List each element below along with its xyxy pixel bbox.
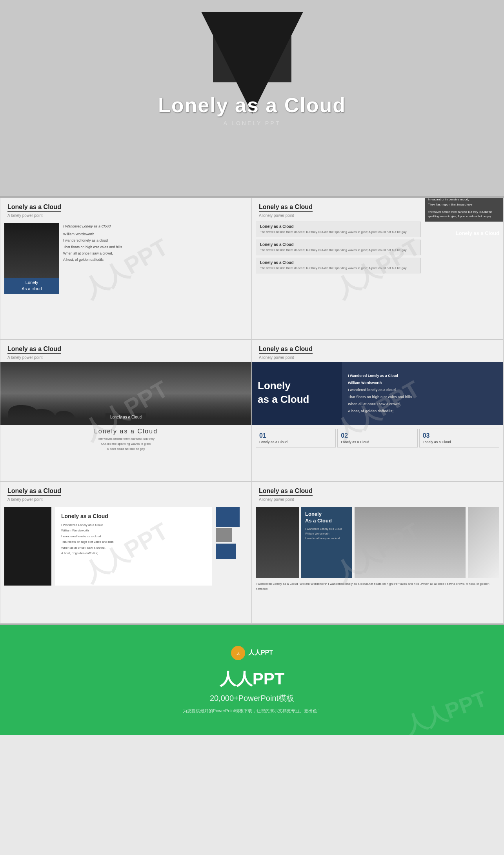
card-3: Lonely as a Cloud The waves beside them …: [256, 258, 421, 273]
slide-7: Lonely as a Cloud A lonely power point L…: [252, 482, 504, 624]
slide-6-sub: A lonely power point: [7, 497, 244, 502]
footer-logo: 人 人人PPT: [231, 646, 273, 660]
s5-card-1-label: Lonely as a Cloud: [259, 440, 332, 444]
card-1-title: Lonely as a Cloud: [260, 224, 417, 229]
label-line1: Lonely: [7, 280, 56, 286]
slide-4-main-title: Lonely as a Cloud: [4, 428, 248, 435]
hero-title: Lonely as a Cloud: [158, 93, 346, 117]
poem-line3: When all at once I saw a crowd,: [63, 250, 122, 256]
slide-7-header: Lonely as a Cloud A lonely power point: [252, 482, 503, 504]
slide-6-blocks: [216, 507, 247, 586]
slide-7-card-title: Lonely As a Cloud: [305, 511, 348, 524]
card-3-text: The waves beside them danced; but they O…: [260, 266, 417, 271]
poem-line2-5: That floats on high o'er voles and hills: [348, 393, 412, 400]
slide-2: Lonely as a Cloud A lonely power point L…: [0, 198, 252, 340]
card-1: Lonely as a Cloud The waves beside them …: [256, 222, 421, 237]
slide-5-top: Lonely as a Cloud I Wandered Lonely as a…: [252, 362, 503, 425]
slide-2-title: Lonely as a Cloud: [7, 204, 61, 212]
slide-6: Lonely as a Cloud A lonely power point L…: [0, 482, 252, 624]
s6-poem-3: I wandered lonely as a cloud: [61, 534, 206, 539]
card-2: Lonely as a Cloud The waves beside them …: [256, 240, 421, 255]
slide-2-sub: A lonely power point: [7, 213, 244, 218]
slide-3-cards: Lonely as a Cloud The waves beside them …: [252, 222, 425, 276]
card-2-title: Lonely as a Cloud: [260, 242, 417, 247]
s6-poem-2: William Wordsworth: [61, 528, 206, 533]
slide-hero: Lonely as a Cloud A LONELY PPT: [0, 0, 504, 196]
footer-subtitle: 20,000+PowerPoint模板: [210, 693, 294, 704]
slide-6-poem-lines: I Wandered Lonely as a Cloud William Wor…: [61, 522, 206, 556]
slide-4: Lonely as a Cloud A lonely power point L…: [0, 340, 252, 482]
footer-desc: 为您提供最好的PowerPoint模板下载，让您的演示文稿更专业、更出色！: [183, 708, 321, 715]
footer-title: 人人PPT: [220, 668, 285, 690]
s6-poem-1: I Wandered Lonely as a Cloud: [61, 522, 206, 528]
poem-line4-5: A host, of golden daffodils;: [348, 407, 412, 415]
label-line2: As a cloud: [7, 286, 56, 292]
logo-icon-svg: 人: [234, 649, 242, 657]
overlay-bottom: The waves beside them danced; but they O…: [428, 210, 500, 218]
s6-poem-5: When all at once I saw a crowd,: [61, 545, 206, 551]
block-gray-1: [216, 528, 232, 542]
card-1-text: The waves beside them danced; but they O…: [260, 230, 417, 235]
poem-author: William Wordsworth: [63, 231, 122, 237]
poem-title-5: I Wandered Lonely as a Cloud: [348, 372, 412, 379]
slide-7-photo2: [355, 507, 466, 578]
slide-7-bottom-text: I Wandered Lonely as a Cloud .William Wo…: [252, 579, 503, 594]
slide-5-poem: I Wandered Lonely as a Cloud William Wor…: [348, 372, 412, 415]
s6-poem-6: A host, of golden daffodils;: [61, 551, 206, 556]
hero-subtitle: A LONELY PPT: [158, 120, 346, 126]
slide-7-center-card: Lonely As a Cloud I Wandered Lonely as a…: [301, 507, 352, 578]
card-3-title: Lonely as a Cloud: [260, 260, 417, 265]
slide-3-overlay-title: Lonely as a Cloud: [456, 229, 499, 237]
s6-poem-4: That floats on high o'er vales and hills: [61, 539, 206, 545]
slide-3: Lonely as a Cloud A lonely power point L…: [252, 198, 504, 340]
s5-card-2: 02 Lonely as a Cloud: [337, 429, 417, 448]
landscape-badge: Lonely as a Cloud: [106, 413, 146, 421]
slide-footer: 人 人人PPT 人人PPT 20,000+PowerPoint模板 为您提供最好…: [0, 625, 504, 735]
poem-title: I Wandered Lonely as a Cloud: [63, 223, 122, 229]
thumbnail-row-3: Lonely as a Cloud A lonely power point L…: [0, 482, 504, 624]
footer-logo-icon: 人: [231, 646, 245, 660]
slide-5-cards: 01 Lonely as a Cloud 02 Lonely as a Clou…: [252, 429, 503, 448]
overlay-title-text: Lonely as a Cloud: [456, 229, 499, 237]
slide-5-big-title-1: Lonely: [258, 380, 336, 392]
slide-6-dark-image: [4, 507, 51, 586]
footer-logo-text: 人人PPT: [248, 649, 273, 657]
slide-5: Lonely as a Cloud A lonely power point L…: [252, 340, 504, 482]
thumbnail-row-2: Lonely as a Cloud A lonely power point L…: [0, 340, 504, 482]
overlay-line2: In vacant or in pensive mood,: [428, 198, 500, 202]
slide-6-header: Lonely as a Cloud A lonely power point: [0, 482, 251, 504]
slide-2-poem: I Wandered Lonely as a Cloud William Wor…: [63, 223, 122, 294]
slide-5-header: Lonely as a Cloud A lonely power point: [252, 340, 503, 362]
poem-line3-5: When all at once I saw a crowd,: [348, 400, 412, 407]
slide-6-card-title: Lonely as a Cloud: [61, 513, 206, 519]
slide-5-blue-right: I Wandered Lonely as a Cloud William Wor…: [342, 362, 503, 425]
slide-4-sub-line3: A poet could not but be gay: [4, 447, 248, 452]
slide-7-photo3: [468, 507, 499, 578]
block-blue-2: [216, 544, 236, 559]
s7-line-3: I wandered lonely as a cloud: [305, 536, 348, 541]
slide-7-card-text: I Wandered Lonely as a Cloud William Wor…: [305, 527, 348, 541]
image-label: Lonely As a cloud: [4, 278, 59, 294]
s7-title-2: As a Cloud: [305, 518, 348, 524]
person-photo: [4, 223, 59, 278]
slide-7-content: Lonely As a Cloud I Wandered Lonely as a…: [252, 506, 503, 579]
s5-card-3: 03 Lonely as a Cloud: [419, 429, 499, 448]
footer-watermark: 人人PPT: [401, 684, 491, 735]
thumbnail-row-1: Lonely as a Cloud A lonely power point L…: [0, 198, 504, 340]
slide-3-content: Lonely as a Cloud The waves beside them …: [252, 222, 503, 276]
s5-card-3-label: Lonely as a Cloud: [423, 440, 496, 444]
slide-5-blue-left: Lonely as a Cloud: [252, 362, 342, 425]
slide-7-photo1: [256, 507, 299, 578]
slide-6-white-card: Lonely as a Cloud I Wandered Lonely as a…: [55, 507, 212, 586]
slide-2-header: Lonely as a Cloud A lonely power point: [0, 198, 251, 220]
slide-5-title: Lonely as a Cloud: [259, 346, 313, 354]
s7-line-2: William Wordsworth: [305, 531, 348, 536]
slide-6-content: Lonely as a Cloud I Wandered Lonely as a…: [0, 506, 251, 587]
slide-4-text: Lonely as a Cloud The waves beside them …: [0, 425, 251, 455]
slide-4-header: Lonely as a Cloud A lonely power point: [0, 340, 251, 362]
slide-5-big-title-2: as a Cloud: [258, 393, 336, 406]
overlay-line3: They flash upon that inward eye: [428, 202, 500, 207]
s7-line-1: I Wandered Lonely as a Cloud: [305, 527, 348, 531]
slide-2-content: Lonely As a cloud I Wandered Lonely as a…: [0, 223, 251, 298]
slide-3-overlay: For oft, when on my couch I lie In vacan…: [425, 198, 503, 222]
